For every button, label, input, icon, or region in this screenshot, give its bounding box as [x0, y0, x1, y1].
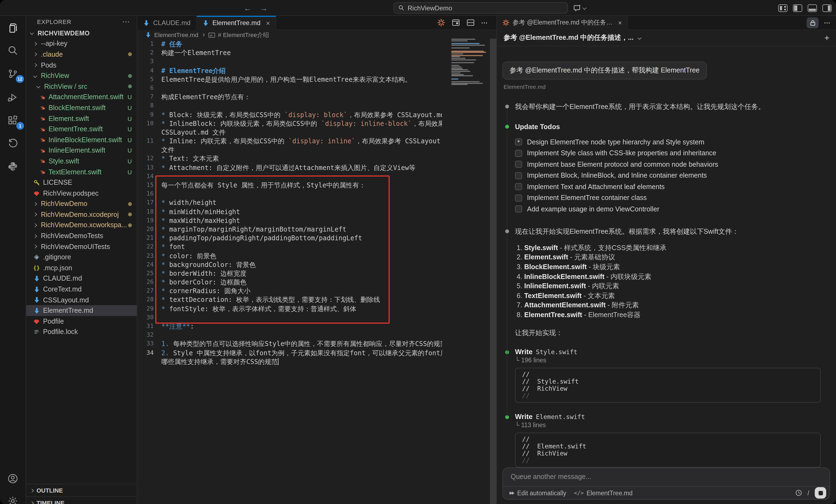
line-number: 13	[137, 163, 161, 172]
todo-checkbox[interactable]	[515, 150, 522, 157]
timeline-section[interactable]: TIMELINE	[26, 497, 137, 504]
activitybar-gitlens[interactable]	[0, 133, 25, 153]
open-preview-icon[interactable]	[452, 19, 460, 27]
tree-item-api-key[interactable]: --api-key	[26, 38, 137, 49]
settings-button[interactable]	[0, 491, 25, 504]
tree-item-richview[interactable]: RichView	[26, 71, 137, 81]
tree-item-elementtree-swift[interactable]: ElementTree.swiftU	[26, 124, 137, 135]
nav-forward-icon[interactable]: →	[260, 3, 268, 12]
activitybar-extensions[interactable]: 1	[0, 111, 25, 130]
todo-item[interactable]: Implement ElementTree container class	[502, 192, 829, 203]
tree-item-blockelement-swift[interactable]: BlockElement.swiftU	[26, 102, 137, 113]
close-icon[interactable]: ×	[618, 19, 622, 26]
code-preview-block[interactable]: //// Element.swift// RichView//	[515, 433, 821, 468]
tree-item-richview-podspec[interactable]: RichView.podspec	[26, 188, 137, 199]
account-button[interactable]	[0, 469, 25, 488]
editor-scrollbar[interactable]	[490, 39, 496, 504]
activitybar-search[interactable]	[0, 40, 25, 60]
tree-item-attachmentelement-swift[interactable]: AttachmentElement.swiftU	[26, 92, 137, 102]
activitybar-run-debug[interactable]	[0, 87, 25, 107]
panel-more-icon[interactable]: ···	[824, 19, 831, 26]
todo-item[interactable]: Add example usage in demo ViewController	[502, 203, 829, 215]
editor-content[interactable]: 1# 任务2构建一个ElementTree34# ElementTree介绍5E…	[137, 40, 442, 504]
more-actions-icon[interactable]: ···	[481, 19, 488, 26]
line-number	[137, 146, 161, 154]
activitybar-python[interactable]	[0, 156, 25, 176]
mode-selector[interactable]: Edit automatically	[510, 489, 566, 496]
chat-input-box[interactable]: Queue another message... Edit automatica…	[502, 467, 830, 500]
outline-section[interactable]: OUTLINE	[26, 484, 137, 497]
customize-layout-icon[interactable]	[778, 4, 787, 12]
tree-item-podfile[interactable]: Podfile	[26, 316, 137, 327]
line-number: 10	[137, 119, 161, 128]
line-number: 23	[137, 251, 161, 260]
tab-claude-md[interactable]: CLAUDE.md	[137, 16, 196, 30]
tree-item-elementtree-md[interactable]: ElementTree.md	[26, 305, 137, 316]
panel-tab[interactable]: 参考 @ElementTree.md 中的任务描... ×	[497, 16, 628, 30]
breadcrumb[interactable]: ElementTree.md ab # ElementTree介绍	[137, 30, 496, 40]
copilot-menu[interactable]	[573, 2, 586, 14]
todo-checkbox[interactable]	[515, 206, 522, 213]
tree-item-textelement-swift[interactable]: TextElement.swiftU	[26, 167, 137, 177]
tree-item-element-swift[interactable]: Element.swiftU	[26, 113, 137, 124]
code-line: 23* color: 前景色	[137, 251, 442, 260]
tree-item-inlineelement-swift[interactable]: InlineElement.swiftU	[26, 145, 137, 156]
tree-item-license[interactable]: LICENSE	[26, 177, 137, 188]
todo-item[interactable]: Implement base Element protocol and comm…	[502, 159, 829, 170]
toggle-sidebar-icon[interactable]	[793, 4, 802, 12]
todo-active-checkbox[interactable]: *	[515, 139, 522, 146]
todo-checkbox[interactable]	[515, 195, 522, 201]
activitybar-source-control[interactable]: 12	[0, 64, 25, 83]
stop-button[interactable]	[815, 487, 826, 499]
explorer-more-icon[interactable]: ···	[122, 19, 130, 25]
tree-item-csslayout-md[interactable]: CSSLayout.md	[26, 295, 137, 305]
tree-item-claude-md[interactable]: CLAUDE.md	[26, 273, 137, 284]
tree-item-claude[interactable]: .claude	[26, 49, 137, 60]
context-file-chip[interactable]: </> ElementTree.md	[574, 489, 632, 496]
tree-item-style-swift[interactable]: Style.swiftU	[26, 156, 137, 167]
claude-icon	[502, 19, 509, 26]
toggle-panel-icon[interactable]	[808, 4, 817, 12]
tree-item-richviewdemo[interactable]: RICHVIEWDEMO	[26, 28, 137, 38]
todo-checkbox[interactable]	[515, 183, 522, 190]
todo-item[interactable]: Implement Block, InlineBlock, and Inline…	[502, 170, 829, 181]
tree-item-pods[interactable]: Pods	[26, 60, 137, 71]
minimap[interactable]	[451, 39, 489, 504]
todo-item[interactable]: Implement Text and Attachment leaf eleme…	[502, 181, 829, 192]
tree-item-label: Style.swift	[49, 157, 79, 165]
tree-item-podfile-lock[interactable]: Podfile.lock	[26, 327, 137, 337]
close-icon[interactable]: ×	[266, 19, 270, 27]
chat-transcript[interactable]: 参考 @ElementTree.md 中的任务描述，帮我构建 ElementTr…	[497, 46, 836, 467]
tab-elementtree-md[interactable]: ElementTree.md ×	[196, 16, 276, 30]
tree-item-richviewdemo[interactable]: RichViewDemo	[26, 199, 137, 209]
claude-icon[interactable]	[437, 19, 445, 27]
history-clock-icon[interactable]	[795, 489, 802, 497]
todo-item[interactable]: Implement Style class with CSS-like prop…	[502, 148, 829, 159]
nav-back-icon[interactable]: ←	[244, 3, 251, 12]
tree-item-inlineblockelement-swift[interactable]: InlineBlockElement.swiftU	[26, 135, 137, 145]
toggle-secondary-sidebar-icon[interactable]	[822, 4, 832, 12]
lock-button[interactable]	[806, 17, 819, 28]
slash-command-button[interactable]: /	[808, 489, 809, 496]
command-center-search[interactable]: RichViewDemo	[394, 2, 568, 14]
activitybar-explorer[interactable]	[0, 18, 25, 38]
tree-item-richviewdemo-xcodeproj[interactable]: RichViewDemo.xcodeproj	[26, 209, 137, 220]
tree-item-mcp-json[interactable]: {}.mcp.json	[26, 263, 137, 273]
tree-item-richviewdemo-xcworkspa[interactable]: RichViewDemo.xcworkspa...	[26, 220, 137, 231]
tree-item-richviewdemouitests[interactable]: RichViewDemoUITests	[26, 241, 137, 252]
todo-checkbox[interactable]	[515, 172, 522, 179]
todo-checkbox[interactable]	[515, 161, 522, 168]
tree-item-gitignore[interactable]: .gitignore	[26, 252, 137, 263]
code-preview-block[interactable]: //// Style.swift// RichView//	[515, 368, 821, 403]
tree-item-richviewdemotests[interactable]: RichViewDemoTests	[26, 231, 137, 241]
code-line: 10* InlineBlock: 内联块级元素，布局类似CSS中的 `displ…	[137, 119, 442, 128]
new-chat-button[interactable]: +	[824, 33, 830, 43]
message-dot	[505, 229, 509, 233]
tree-item-coretext-md[interactable]: CoreText.md	[26, 284, 137, 295]
split-editor-icon[interactable]	[467, 19, 475, 27]
swift-file-icon	[38, 125, 46, 133]
tree-item-richview-src[interactable]: RichView / src	[26, 81, 137, 92]
todo-item[interactable]: *Design ElementTree node type hierarchy …	[502, 136, 829, 148]
chat-session-header[interactable]: 参考 @ElementTree.md 中的任务描述，... +	[497, 30, 836, 46]
tree-item-label: InlineBlockElement.swift	[49, 136, 122, 143]
